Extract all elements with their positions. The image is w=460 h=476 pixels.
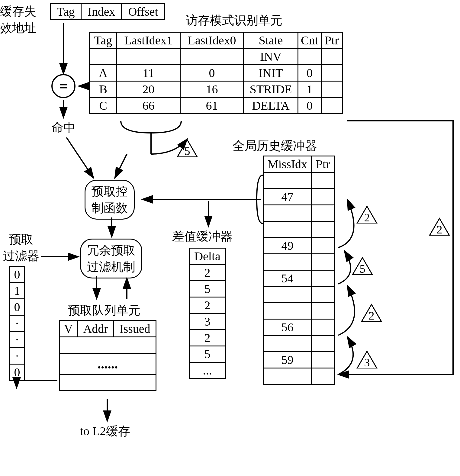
triangle-2-far-right: 2 [429,217,450,236]
prefetch-filter-l2: 过滤器 [3,249,39,263]
addr-index: Index [81,4,122,20]
queue-hdr-v: V [60,321,78,337]
redundant-prefetch-filter: 冗余预取 过滤机制 [80,239,142,278]
triangle-5-mid: 5 [352,257,373,275]
hit-label: 命中 [51,119,76,136]
ghb-hdr-missidx: MissIdx [263,156,312,172]
pattern-recognition-table: Tag LastIdex1 LastIdex0 State Cnt Ptr IN… [89,32,343,114]
redundant-filter-l1: 冗余预取 [87,243,135,257]
cache-miss-addr-label: 缓存失 效地址 [0,3,36,36]
cache-miss-addr-l1: 缓存失 [0,5,36,18]
pt-hdr-lastidx0: LastIdex0 [180,32,244,49]
pt-row-2: B 20 16 STRIDE 1 [90,81,343,98]
prefetch-filter-label: 预取 过滤器 [3,231,39,264]
addr-tag: Tag [50,4,81,20]
triangle-3: 3 [356,350,378,368]
cache-miss-addr-l2: 效地址 [0,21,36,35]
ghb-table: MissIdx Ptr 47 49 54 56 59 [263,156,335,385]
access-pattern-unit-label: 访存模式识别单元 [186,12,282,29]
queue-hdr-addr: Addr [78,321,114,337]
svg-line-6 [115,154,127,178]
redundant-filter-l2: 过滤机制 [87,260,135,274]
delta-buffer-label: 差值缓冲器 [172,228,233,245]
pt-row-1: A 11 0 INIT 0 [90,65,343,81]
ghb-label: 全局历史缓冲器 [233,137,317,154]
prefetch-queue-unit-label: 预取队列单元 [68,302,140,319]
delta-hdr: Delta [189,248,226,265]
pt-hdr-ptr: Ptr [321,32,342,49]
pt-row-0: INV [90,49,343,65]
pt-hdr-cnt: Cnt [298,32,321,49]
pt-hdr-lastidx1: LastIdex1 [117,32,180,49]
ghb-hdr-ptr: Ptr [312,156,334,172]
triangle-2-top: 2 [356,205,378,224]
pt-hdr-state: State [244,32,298,49]
delta-table: Delta 2 5 2 3 2 5 ... [189,248,226,379]
pt-hdr-tag: Tag [90,32,117,49]
pt-row-3: C 66 61 DELTA 0 [90,98,343,114]
triangle-2-low: 2 [361,304,382,322]
prefetch-ctrl-l1: 预取控 [92,185,128,198]
addr-offset: Offset [122,4,165,20]
triangle-5-left: 5 [177,139,198,157]
prefetch-control-function: 预取控 制函数 [85,180,135,220]
equals-comparator: = [51,74,76,98]
to-l2-cache-label: to L2缓存 [80,423,130,439]
queue-hdr-issued: Issued [114,321,156,337]
prefetch-queue-table: V Addr Issued ...... [59,320,156,391]
address-parts-table: Tag Index Offset [50,3,165,20]
prefetch-ctrl-l2: 制函数 [92,201,128,215]
svg-line-4 [66,137,94,178]
prefetch-filter-l1: 预取 [9,233,33,246]
equals-symbol: = [59,77,68,95]
filter-table: 0 1 0 · · · 0 [9,266,25,381]
